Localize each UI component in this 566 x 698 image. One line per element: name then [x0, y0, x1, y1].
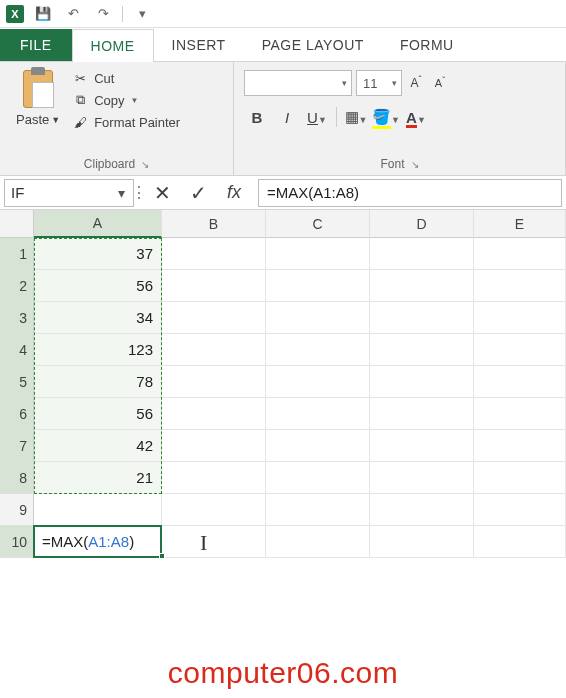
row-header[interactable]: 7	[0, 430, 34, 462]
cell[interactable]: 21	[34, 462, 162, 494]
scissors-icon: ✂	[72, 70, 88, 86]
column-header-c[interactable]: C	[266, 210, 370, 238]
cell[interactable]	[266, 494, 370, 526]
cell[interactable]	[162, 238, 266, 270]
cell[interactable]: 56	[34, 398, 162, 430]
cell[interactable]	[370, 398, 474, 430]
fill-handle[interactable]	[159, 553, 165, 559]
cell[interactable]	[266, 526, 370, 558]
cell[interactable]	[370, 302, 474, 334]
cell[interactable]	[370, 270, 474, 302]
cell[interactable]	[474, 334, 566, 366]
font-family-select[interactable]: ▾	[244, 70, 352, 96]
tab-formulas[interactable]: FORMU	[382, 29, 472, 61]
font-color-button[interactable]: A▼	[403, 104, 429, 130]
row-header[interactable]: 5	[0, 366, 34, 398]
copy-button[interactable]: ⧉ Copy ▼	[72, 92, 180, 108]
row-header[interactable]: 4	[0, 334, 34, 366]
underline-button[interactable]: U▼	[304, 104, 330, 130]
tab-home[interactable]: HOME	[72, 29, 154, 62]
formula-input[interactable]: =MAX(A1:A8)	[258, 179, 562, 207]
cell[interactable]	[266, 302, 370, 334]
column-header-d[interactable]: D	[370, 210, 474, 238]
select-all-corner[interactable]	[0, 210, 34, 238]
cell[interactable]	[162, 430, 266, 462]
cell[interactable]	[266, 430, 370, 462]
cell[interactable]	[162, 494, 266, 526]
cell[interactable]: 123	[34, 334, 162, 366]
cell[interactable]: =MAX(A1:A8)	[34, 526, 162, 558]
cell[interactable]	[370, 334, 474, 366]
cell[interactable]: 37	[34, 238, 162, 270]
cancel-formula-button[interactable]: ✕	[144, 179, 180, 207]
cell[interactable]: 34	[34, 302, 162, 334]
cell[interactable]	[266, 270, 370, 302]
increase-font-button[interactable]: Aˆ	[406, 70, 426, 96]
format-painter-button[interactable]: 🖌 Format Painter	[72, 114, 180, 130]
cell[interactable]	[474, 430, 566, 462]
cell[interactable]	[162, 462, 266, 494]
cell[interactable]: 42	[34, 430, 162, 462]
cell[interactable]	[162, 366, 266, 398]
cell[interactable]	[34, 494, 162, 526]
cell[interactable]	[370, 494, 474, 526]
cell[interactable]	[162, 526, 266, 558]
redo-icon[interactable]: ↷	[92, 4, 114, 24]
font-size-select[interactable]: 11 ▾	[356, 70, 402, 96]
cell[interactable]	[370, 526, 474, 558]
cut-button[interactable]: ✂ Cut	[72, 70, 180, 86]
cell[interactable]	[162, 302, 266, 334]
decrease-font-button[interactable]: Aˇ	[430, 70, 450, 96]
row-header[interactable]: 8	[0, 462, 34, 494]
cell[interactable]	[370, 238, 474, 270]
cell[interactable]	[266, 398, 370, 430]
insert-function-button[interactable]: fx	[216, 179, 252, 207]
tab-file[interactable]: FILE	[0, 29, 72, 61]
spreadsheet-grid[interactable]: A B C D E 1372563344123578656742821910=M…	[0, 210, 566, 558]
column-header-e[interactable]: E	[474, 210, 566, 238]
row-header[interactable]: 2	[0, 270, 34, 302]
italic-button[interactable]: I	[274, 104, 300, 130]
cell[interactable]: 56	[34, 270, 162, 302]
cell[interactable]	[474, 366, 566, 398]
cell[interactable]	[370, 366, 474, 398]
bold-button[interactable]: B	[244, 104, 270, 130]
row-header[interactable]: 1	[0, 238, 34, 270]
name-box[interactable]: IF ▾	[4, 179, 134, 207]
dialog-launcher-icon[interactable]: ↘	[411, 159, 419, 170]
cell[interactable]	[370, 462, 474, 494]
column-header-b[interactable]: B	[162, 210, 266, 238]
dialog-launcher-icon[interactable]: ↘	[141, 159, 149, 170]
chevron-down-icon: ▾	[392, 78, 397, 88]
cell[interactable]	[266, 462, 370, 494]
cell[interactable]	[474, 238, 566, 270]
customize-qat-icon[interactable]: ▾	[131, 4, 153, 24]
fill-color-button[interactable]: 🪣▼	[373, 104, 399, 130]
column-header-a[interactable]: A	[34, 210, 162, 238]
cell[interactable]	[474, 494, 566, 526]
cell[interactable]	[266, 334, 370, 366]
cell[interactable]	[266, 238, 370, 270]
cell[interactable]	[474, 302, 566, 334]
cell[interactable]	[162, 334, 266, 366]
paste-button[interactable]: Paste▼	[10, 66, 66, 127]
save-icon[interactable]: 💾	[32, 4, 54, 24]
borders-button[interactable]: ▦▼	[343, 104, 369, 130]
row-header[interactable]: 3	[0, 302, 34, 334]
cell[interactable]	[370, 430, 474, 462]
tab-insert[interactable]: INSERT	[154, 29, 244, 61]
row-header[interactable]: 10	[0, 526, 34, 558]
undo-icon[interactable]: ↶	[62, 4, 84, 24]
tab-page-layout[interactable]: PAGE LAYOUT	[244, 29, 382, 61]
cell[interactable]	[474, 526, 566, 558]
cell[interactable]	[474, 398, 566, 430]
enter-formula-button[interactable]: ✓	[180, 179, 216, 207]
cell[interactable]	[162, 270, 266, 302]
cell[interactable]	[162, 398, 266, 430]
cell[interactable]	[474, 270, 566, 302]
cell[interactable]	[266, 366, 370, 398]
row-header[interactable]: 9	[0, 494, 34, 526]
row-header[interactable]: 6	[0, 398, 34, 430]
cell[interactable]: 78	[34, 366, 162, 398]
cell[interactable]	[474, 462, 566, 494]
